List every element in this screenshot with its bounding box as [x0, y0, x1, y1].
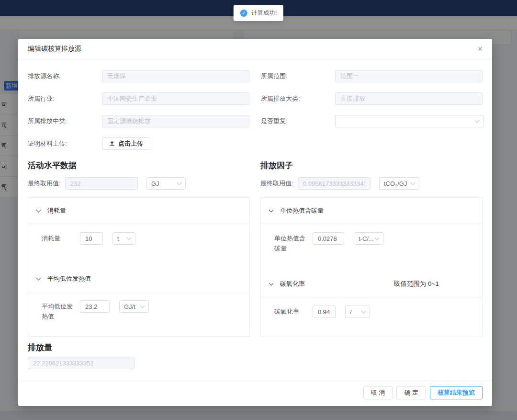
chevron-down-icon: [475, 118, 480, 123]
factor-section-title: 排放因子: [260, 160, 483, 171]
calorific-unit-select[interactable]: GJ/t: [119, 300, 149, 313]
oxidation-field-label: 碳氧化率: [274, 306, 310, 317]
activity-section-title: 活动水平数据: [28, 160, 250, 171]
toast-message: 计算成功!: [251, 9, 277, 17]
chevron-down-icon: [411, 180, 416, 185]
scope-label: 所属范围:: [261, 72, 335, 80]
emission-mid-category-input: [102, 115, 249, 127]
emission-mid-category-label: 所属排放中类:: [28, 117, 102, 125]
success-check-icon: ✓: [240, 10, 247, 17]
consumption-collapse-header[interactable]: 消耗量: [28, 198, 249, 224]
activity-unit-value: GJ: [151, 180, 159, 187]
factor-final-label: 最终取用值:: [260, 179, 298, 188]
carbon-content-panel-title: 单位热值含碳量: [280, 206, 324, 215]
carbon-content-field-label: 单位热值含碳量: [274, 232, 310, 254]
consumption-panel-body: 消耗量 t: [28, 224, 249, 266]
source-name-input: [102, 70, 249, 82]
oxidation-collapse-header[interactable]: 碳氧化率 取值范围为 0~1: [261, 271, 482, 297]
cancel-button[interactable]: 取 消: [363, 386, 393, 399]
factor-panels: 单位热值含碳量 单位热值含碳量 t-C/... 碳氧化: [260, 197, 483, 337]
emission-amount-title: 排放量: [28, 342, 483, 353]
factor-unit-value: tCO₂/GJ: [384, 180, 407, 187]
edit-emission-source-dialog: 编辑碳核算排放源 × 排放源名称: 所属范围: 所属行业:: [18, 39, 492, 406]
emission-amount-input: [28, 357, 135, 369]
chevron-down-icon: [269, 208, 274, 213]
chevron-down-icon: [127, 235, 132, 240]
consumption-unit-select[interactable]: t: [112, 232, 135, 245]
industry-label: 所属行业:: [28, 94, 102, 103]
dialog-header: 编辑碳核算排放源 ×: [18, 39, 492, 59]
factor-unit-select[interactable]: tCO₂/GJ: [379, 177, 419, 190]
preview-result-button[interactable]: 核算结果预览: [430, 386, 483, 399]
activity-final-input: [65, 177, 138, 190]
oxidation-panel-title: 碳氧化率: [280, 280, 305, 288]
carbon-content-panel-body: 单位热值含碳量 t-C/...: [261, 224, 482, 271]
activity-panels: 消耗量 消耗量 t 平均低位发热值: [28, 197, 250, 337]
chevron-down-icon: [36, 208, 41, 213]
chevron-down-icon: [269, 281, 274, 286]
source-name-label: 排放源名称:: [28, 72, 102, 80]
calorific-unit-value: GJ/t: [124, 303, 135, 310]
calorific-input[interactable]: [80, 300, 110, 313]
emission-factor-section: 排放因子 最终取用值: tCO₂/GJ 单位热值含碳量: [260, 160, 483, 337]
app-root: 新增 司 司 司 司 司 ✓ 计算成功! 编辑碳核算排放源 × 排放源名称:: [0, 0, 517, 420]
factor-final-input: [298, 177, 371, 190]
is-duplicate-select[interactable]: [335, 115, 483, 127]
dialog-body: 排放源名称: 所属范围: 所属行业: 所属排放大类:: [18, 59, 492, 380]
oxidation-unit-select[interactable]: /: [345, 306, 370, 318]
chevron-down-icon: [361, 308, 366, 313]
chevron-down-icon: [375, 235, 380, 240]
carbon-content-collapse-header[interactable]: 单位热值含碳量: [261, 198, 482, 224]
activity-data-section: 活动水平数据 最终取用值: GJ 消耗量: [28, 160, 250, 337]
close-icon[interactable]: ×: [477, 45, 483, 53]
chevron-down-icon: [36, 276, 41, 281]
calorific-panel-title: 平均低位发热值: [47, 274, 91, 283]
chevron-down-icon: [140, 303, 145, 308]
calorific-collapse-header[interactable]: 平均低位发热值: [28, 266, 249, 292]
carbon-content-unit-select[interactable]: t-C/...: [354, 232, 383, 245]
emission-major-category-label: 所属排放大类:: [261, 94, 335, 103]
emission-major-category-input: [335, 92, 483, 105]
dialog-title: 编辑碳核算排放源: [28, 45, 81, 53]
carbon-content-unit-value: t-C/...: [359, 235, 374, 242]
upload-icon: [109, 141, 115, 147]
is-duplicate-label: 是否重复:: [261, 117, 335, 125]
oxidation-unit-value: /: [350, 308, 352, 316]
scope-input: [335, 70, 483, 82]
calorific-panel-body: 平均低位发热值 GJ/t: [28, 292, 249, 336]
upload-label: 证明材料上传:: [28, 139, 102, 148]
dialog-footer: 取 消 确 定 核算结果预览: [18, 380, 492, 406]
oxidation-range-note: 取值范围为 0~1: [394, 280, 439, 288]
oxidation-input[interactable]: [313, 306, 336, 318]
confirm-button[interactable]: 确 定: [396, 386, 426, 399]
activity-final-label: 最终取用值:: [28, 179, 65, 188]
carbon-content-input[interactable]: [313, 232, 344, 245]
upload-button-label: 点击上传: [118, 139, 143, 148]
activity-unit-select[interactable]: GJ: [146, 177, 186, 190]
consumption-field-label: 消耗量: [42, 232, 77, 243]
upload-button[interactable]: 点击上传: [102, 137, 150, 150]
industry-input: [102, 92, 249, 105]
success-toast: ✓ 计算成功!: [234, 5, 283, 21]
oxidation-panel-body: 碳氧化率 /: [261, 297, 482, 337]
calorific-field-label: 平均低位发热值: [42, 300, 77, 322]
chevron-down-icon: [177, 180, 182, 185]
consumption-input[interactable]: [80, 232, 103, 245]
consumption-unit-value: t: [117, 235, 119, 242]
consumption-panel-title: 消耗量: [47, 206, 66, 215]
